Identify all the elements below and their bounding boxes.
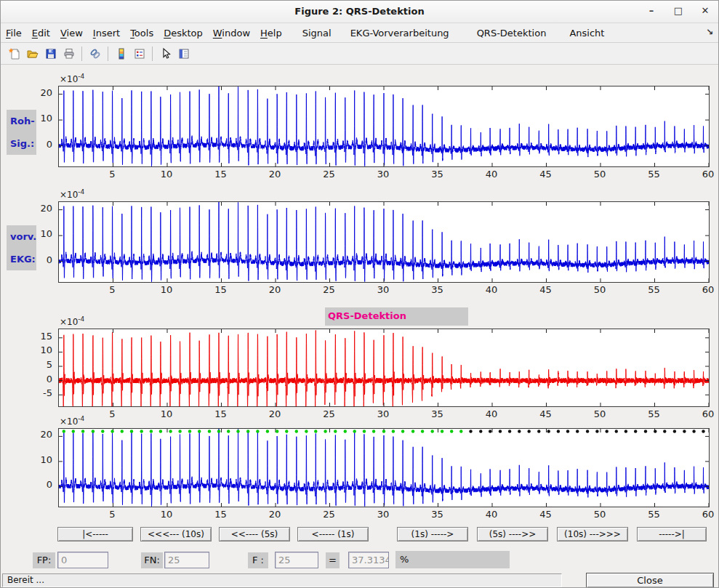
x-tick-label: 45 [535, 509, 557, 520]
x-tick-label: 50 [589, 408, 611, 419]
menubar-items: FileEditViewInsertToolsDesktopWindowHelp… [1, 25, 609, 41]
ratio-input[interactable] [348, 552, 389, 568]
y-axis-exponent: ×10-4 [60, 188, 84, 200]
x-tick-label: 25 [318, 509, 340, 520]
menu-item-ansicht[interactable]: Ansicht [564, 25, 609, 41]
x-tick-label: 60 [697, 509, 719, 520]
x-tick-label: 5 [102, 169, 124, 180]
x-tick-label: 10 [156, 408, 177, 419]
qrs-detektion-plot-title: QRS-Detektion [325, 307, 468, 326]
x-tick-label: 40 [481, 509, 502, 520]
x-tick-label: 15 [210, 284, 232, 295]
toolbar-separator [152, 47, 153, 61]
x-tick-label: 45 [535, 169, 557, 180]
save-icon[interactable] [42, 45, 59, 62]
nav-button-1[interactable]: <<<--- (10s) [140, 527, 212, 541]
nav-button-2[interactable]: <<---- (5s) [219, 527, 290, 541]
x-tick-label: 55 [643, 408, 665, 419]
menu-item-edit[interactable]: Edit [27, 25, 55, 41]
nav-button-4[interactable]: (1s) -----> [397, 527, 468, 541]
nav-button-6[interactable]: (10s) --->>> [557, 527, 628, 541]
plot-area-raw-signal [58, 86, 710, 167]
link-plots-icon[interactable] [87, 45, 103, 62]
maximize-icon[interactable]: □ [672, 4, 684, 17]
plot-area-preprocessed-ecg [58, 201, 710, 283]
x-tick-label: 45 [535, 408, 557, 419]
nav-button-0[interactable]: |<----- [57, 527, 133, 541]
x-tick-label: 10 [156, 509, 177, 520]
x-tick-label: 15 [210, 509, 232, 520]
x-tick-label: 25 [318, 284, 340, 295]
open-folder-icon[interactable] [24, 45, 41, 62]
menu-overflow-icon[interactable]: ↘ [706, 27, 713, 37]
y-axis-exponent: ×10-4 [60, 315, 84, 327]
x-tick-label: 30 [372, 169, 394, 180]
menu-bar: FileEditViewInsertToolsDesktopWindowHelp… [1, 23, 718, 43]
minimize-icon[interactable]: – [646, 4, 657, 17]
menu-item-help[interactable]: Help [255, 25, 287, 41]
plot-area-qrs-filtered [58, 329, 710, 407]
new-document-icon[interactable] [6, 45, 23, 62]
edit-plot-icon[interactable] [157, 45, 174, 62]
x-tick-label: 50 [589, 509, 611, 520]
nav-button-3[interactable]: <----- (1s) [297, 527, 369, 541]
x-tick-label: 25 [318, 408, 340, 419]
menu-item-view[interactable]: View [55, 25, 88, 41]
close-button[interactable]: Close [586, 573, 714, 588]
plot-detection-result: 5101520253035404550556001020×10-4 [58, 428, 708, 506]
y-tick-label: 5 [23, 359, 52, 370]
x-tick-label: 45 [535, 284, 557, 295]
x-tick-label: 15 [210, 169, 232, 180]
y-tick-label: 10 [23, 345, 52, 355]
f-label: F : [248, 552, 268, 568]
x-tick-label: 60 [697, 169, 719, 180]
menu-item-window[interactable]: Window [208, 25, 255, 41]
y-tick-label: 20 [23, 429, 52, 440]
nav-button-7[interactable]: ----->| [637, 527, 707, 541]
menu-item-qrs-detektion[interactable]: QRS-Detektion [472, 25, 552, 41]
y-tick-label: 10 [23, 113, 52, 124]
nav-button-5[interactable]: (5s) ---->> [477, 527, 548, 541]
close-icon[interactable]: ✕ [699, 4, 711, 17]
plot-raw-signal: 5101520253035404550556001020×10-4 [58, 86, 708, 166]
menu-item-ekg-vorverarbeitung[interactable]: EKG-Vorverarbeitung [345, 25, 454, 41]
fn-input[interactable] [164, 552, 209, 568]
x-tick-label: 55 [643, 169, 665, 180]
y-tick-label: 10 [23, 228, 52, 239]
toolbar-separator [81, 47, 82, 61]
fp-label: FP: [33, 552, 55, 568]
x-tick-label: 30 [372, 284, 394, 295]
y-tick-label: 0 [23, 479, 52, 490]
fp-input[interactable] [57, 552, 108, 568]
y-axis-exponent: ×10-4 [60, 415, 84, 427]
print-icon[interactable] [60, 45, 77, 62]
y-tick-label: -5 [23, 387, 52, 398]
x-tick-label: 40 [481, 284, 502, 295]
title-bar: Figure 2: QRS-Detektion – □ ✕ [1, 1, 718, 23]
x-tick-label: 55 [643, 284, 665, 295]
x-tick-label: 50 [589, 284, 611, 295]
y-axis-exponent: ×10-4 [60, 73, 84, 84]
x-tick-label: 35 [427, 169, 449, 180]
equals-label: = [326, 552, 340, 568]
menu-item-tools[interactable]: Tools [125, 25, 158, 41]
x-tick-label: 5 [102, 284, 124, 295]
menu-item-file[interactable]: File [1, 25, 27, 41]
insert-colorbar-icon[interactable] [113, 45, 129, 62]
x-tick-label: 20 [264, 408, 286, 419]
x-tick-label: 20 [264, 169, 286, 180]
y-tick-label: 10 [23, 454, 52, 465]
y-tick-label: 0 [23, 139, 52, 150]
x-tick-label: 30 [372, 408, 394, 419]
menu-item-insert[interactable]: Insert [88, 25, 125, 41]
x-tick-label: 35 [427, 408, 449, 419]
insert-legend-icon[interactable] [131, 45, 148, 62]
plot-browser-icon[interactable] [175, 45, 192, 62]
f-input[interactable] [275, 552, 318, 568]
x-tick-label: 60 [697, 408, 719, 419]
plot-preprocessed-ecg: 5101520253035404550556001020×10-4 [58, 201, 708, 281]
window-controls: – □ ✕ [646, 4, 711, 17]
menu-item-signal[interactable]: Signal [297, 25, 337, 41]
menu-item-desktop[interactable]: Desktop [158, 25, 208, 41]
x-tick-label: 5 [102, 408, 124, 419]
